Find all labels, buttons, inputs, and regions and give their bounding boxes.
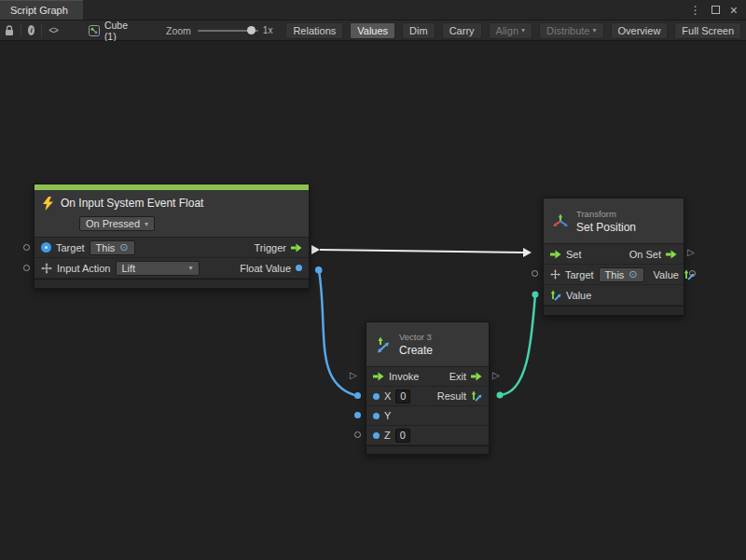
y-port-label: Y bbox=[384, 410, 391, 421]
flow-arrow-icon bbox=[373, 372, 384, 381]
trigger-port-label: Trigger bbox=[255, 242, 286, 253]
flow-arrow-icon bbox=[291, 243, 302, 253]
event-floatvalue-port[interactable] bbox=[315, 266, 322, 273]
transform-node-header[interactable]: Transform Set Position bbox=[544, 198, 684, 244]
target-icon: ⊙ bbox=[119, 242, 128, 253]
y-port-dot-icon bbox=[373, 413, 380, 419]
vector3-exit-port[interactable]: ▷ bbox=[492, 370, 500, 381]
transform-node-kind: Transform bbox=[576, 209, 636, 219]
tab-script-graph[interactable]: Script Graph bbox=[0, 0, 83, 20]
lightning-icon bbox=[42, 197, 54, 211]
toolbar-separator bbox=[21, 24, 21, 37]
kebab-menu-icon[interactable]: ⋮ bbox=[690, 4, 701, 17]
graph-breadcrumb[interactable]: Cube (1) bbox=[89, 20, 128, 42]
chevron-down-icon: ▾ bbox=[188, 264, 192, 272]
event-mode-dropdown[interactable]: On Pressed ▾ bbox=[79, 216, 155, 231]
close-icon[interactable]: × bbox=[730, 6, 738, 15]
vector3-invoke-port[interactable]: ▷ bbox=[350, 370, 357, 381]
vector3-x-port[interactable] bbox=[354, 392, 361, 399]
row-x-result: X 0 Result bbox=[366, 387, 489, 406]
node-on-input-system-event-float[interactable]: On Input System Event Float On Pressed ▾… bbox=[34, 184, 310, 289]
carry-button[interactable]: Carry bbox=[442, 22, 482, 39]
input-action-value: Lift bbox=[122, 263, 136, 274]
zoom-slider[interactable] bbox=[198, 26, 258, 35]
vector3-node-body: Invoke Exit X 0 Result bbox=[366, 367, 489, 445]
lock-icon[interactable] bbox=[5, 25, 14, 36]
tab-bar: Script Graph ⋮ × bbox=[0, 0, 746, 20]
transform-valueout-port[interactable] bbox=[689, 270, 696, 277]
chevron-down-icon: ▾ bbox=[521, 26, 525, 34]
row-y: Y bbox=[366, 406, 489, 426]
relations-button[interactable]: Relations bbox=[285, 22, 343, 39]
transform-port-icon bbox=[550, 269, 560, 280]
vector3-node-kind: Vector 3 bbox=[399, 332, 433, 342]
transform-node-title: Set Position bbox=[576, 221, 636, 234]
zoom-slider-knob[interactable] bbox=[247, 26, 256, 34]
flow-arrow-icon bbox=[666, 250, 677, 259]
transform-target-port-label: Target bbox=[565, 269, 594, 280]
x-port-label: X bbox=[384, 390, 391, 402]
vector3-y-port[interactable] bbox=[354, 412, 361, 418]
input-action-icon bbox=[41, 263, 52, 274]
distribute-button[interactable]: Distribute▾ bbox=[539, 22, 603, 39]
transform-node-footer bbox=[544, 306, 684, 315]
transform-target-value: This bbox=[605, 269, 625, 280]
node-transform-set-position[interactable]: Transform Set Position Set On Set bbox=[543, 198, 684, 316]
event-mode-value: On Pressed bbox=[86, 218, 140, 229]
wire-floatvalue-to-x[interactable] bbox=[316, 267, 355, 396]
target-object-value: This bbox=[96, 242, 116, 253]
overview-button[interactable]: Overview bbox=[611, 22, 669, 39]
row-value-in: Value bbox=[544, 285, 684, 306]
row-target-valueout: Target This ⊙ Value bbox=[544, 265, 684, 285]
full-screen-button[interactable]: Full Screen bbox=[674, 22, 741, 39]
x-value-field[interactable]: 0 bbox=[395, 389, 410, 403]
graph-toolbar: i <> Cube (1) Zoom 1x Relations Values D… bbox=[0, 20, 746, 41]
z-port-label: Z bbox=[384, 430, 391, 441]
event-node-title: On Input System Event Float bbox=[61, 197, 203, 210]
target-object-chip[interactable]: This ⊙ bbox=[90, 240, 135, 255]
value-out-port-label: Value bbox=[654, 269, 679, 280]
align-button[interactable]: Align▾ bbox=[489, 22, 532, 39]
node-vector3-create[interactable]: Vector 3 Create Invoke Exit bbox=[366, 321, 490, 455]
vector-value-icon bbox=[550, 290, 561, 301]
code-preview-icon[interactable]: <> bbox=[48, 25, 58, 35]
graph-target-label: Cube (1) bbox=[104, 20, 128, 42]
value-in-port-label: Value bbox=[566, 290, 591, 301]
event-node-header[interactable]: On Input System Event Float On Pressed ▾ bbox=[35, 190, 309, 238]
info-icon[interactable]: i bbox=[28, 25, 35, 35]
float-value-dot-icon bbox=[296, 265, 302, 271]
gameobject-icon bbox=[41, 242, 51, 253]
float-value-port-label: Float Value bbox=[240, 263, 291, 274]
vector3-node-title: Create bbox=[399, 344, 433, 357]
z-value-field[interactable]: 0 bbox=[395, 429, 410, 443]
row-inputaction-floatvalue: Input Action Lift ▾ Float Value bbox=[35, 258, 309, 279]
transform-onset-port[interactable]: ▷ bbox=[687, 247, 695, 258]
transform-node-body: Set On Set Target This ⊙ bbox=[544, 244, 684, 306]
chevron-down-icon: ▾ bbox=[593, 26, 597, 34]
chevron-down-icon: ▾ bbox=[145, 220, 148, 228]
input-action-dropdown[interactable]: Lift ▾ bbox=[116, 261, 200, 276]
graph-canvas[interactable]: On Input System Event Float On Pressed ▾… bbox=[0, 41, 746, 560]
on-set-port-label: On Set bbox=[629, 249, 661, 260]
row-target-trigger: Target This ⊙ Trigger bbox=[35, 238, 309, 258]
zoom-label: Zoom bbox=[166, 25, 191, 36]
maximize-icon[interactable] bbox=[711, 6, 720, 14]
toolbar-separator bbox=[41, 24, 42, 37]
transform-target-chip[interactable]: This ⊙ bbox=[599, 267, 644, 282]
wire-result-to-value[interactable] bbox=[497, 292, 539, 399]
input-action-port-label: Input Action bbox=[57, 263, 111, 274]
vector3-z-port[interactable] bbox=[354, 431, 361, 438]
event-target-port[interactable] bbox=[23, 244, 30, 251]
event-inputaction-port[interactable] bbox=[23, 265, 30, 271]
vector3-node-header[interactable]: Vector 3 Create bbox=[366, 322, 489, 367]
flow-arrow-icon bbox=[471, 372, 482, 381]
script-graph-asset-icon bbox=[89, 25, 100, 36]
result-port-label: Result bbox=[437, 390, 466, 402]
target-port-label: Target bbox=[56, 242, 85, 253]
dim-button[interactable]: Dim bbox=[402, 22, 435, 39]
transform-target-port[interactable] bbox=[532, 270, 538, 277]
zoom-value: 1x bbox=[263, 25, 273, 35]
wire-trigger-to-set[interactable] bbox=[311, 245, 532, 257]
event-node-footer bbox=[35, 279, 309, 288]
values-button[interactable]: Values bbox=[350, 22, 395, 39]
